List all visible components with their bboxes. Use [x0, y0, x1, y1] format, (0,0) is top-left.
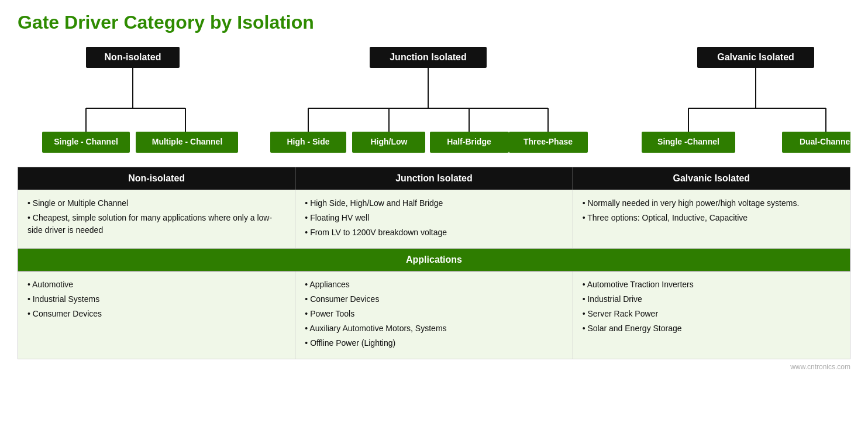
list-item: Single or Multiple Channel — [27, 197, 285, 209]
apps-header-row: Applications — [18, 249, 850, 272]
leaf-galvanic-dual: Dual-Channel — [800, 137, 850, 146]
list-item: Industrial Systems — [27, 293, 285, 305]
watermark: www.cntronics.com — [18, 363, 850, 371]
list-item: Consumer Devices — [27, 308, 285, 320]
list-item: Industrial Drive — [583, 293, 841, 305]
apps-nonisolated: Automotive Industrial Systems Consumer D… — [18, 272, 295, 359]
header-galvanic: Galvanic Isolated — [573, 167, 850, 190]
list-item: Server Rack Power — [583, 308, 841, 320]
header-junction: Junction Isolated — [295, 167, 573, 190]
list-item: From LV to 1200V breakdown voltage — [305, 226, 563, 239]
page-title: Gate Driver Category by Isolation — [18, 12, 850, 33]
list-item: Auxiliary Automotive Motors, Systems — [305, 322, 563, 335]
leaf-multiple-channel: Multiple - Channel — [152, 137, 223, 146]
leaf-galvanic-single: Single -Channel — [657, 137, 719, 146]
list-item: Consumer Devices — [305, 293, 563, 305]
root-junction-label: Junction Isolated — [390, 52, 467, 62]
features-junction: High Side, High/Low and Half Bridge Floa… — [295, 190, 573, 249]
list-item: Automotive — [27, 279, 285, 291]
list-item: Power Tools — [305, 308, 563, 320]
apps-row: Automotive Industrial Systems Consumer D… — [18, 272, 850, 359]
leaf-single-channel: Single - Channel — [54, 137, 118, 146]
features-nonisolated: Single or Multiple Channel Cheapest, sim… — [18, 190, 295, 249]
header-nonisolated: Non-isolated — [18, 167, 295, 190]
list-item: High Side, High/Low and Half Bridge — [305, 197, 563, 209]
leaf-high-low: High/Low — [371, 137, 408, 146]
root-nonisolated-label: Non-isolated — [105, 52, 161, 62]
list-item: Solar and Energy Storage — [583, 322, 841, 335]
apps-header: Applications — [18, 249, 850, 272]
apps-junction: Appliances Consumer Devices Power Tools … — [295, 272, 573, 359]
list-item: Automotive Traction Inverters — [583, 279, 841, 291]
info-table: Non-isolated Junction Isolated Galvanic … — [18, 167, 850, 359]
apps-galvanic: Automotive Traction Inverters Industrial… — [573, 272, 850, 359]
leaf-half-bridge: Half-Bridge — [447, 137, 491, 146]
list-item: Floating HV well — [305, 212, 563, 224]
leaf-three-phase: Three-Phase — [523, 137, 573, 146]
list-item: Offline Power (Lighting) — [305, 337, 563, 349]
leaf-high-side: High - Side — [287, 137, 329, 146]
tree-svg: Non-isolated Single - Channel Multiple -… — [18, 44, 850, 161]
features-row: Single or Multiple Channel Cheapest, sim… — [18, 190, 850, 249]
root-galvanic-label: Galvanic Isolated — [717, 52, 794, 62]
list-item: Cheapest, simple solution for many appli… — [27, 212, 285, 236]
list-item: Appliances — [305, 279, 563, 291]
list-item: Three options: Optical, Inductive, Capac… — [583, 212, 841, 224]
features-galvanic: Normally needed in very high power/high … — [573, 190, 850, 249]
list-item: Normally needed in very high power/high … — [583, 197, 841, 209]
tree-diagram: Non-isolated Single - Channel Multiple -… — [18, 44, 850, 161]
